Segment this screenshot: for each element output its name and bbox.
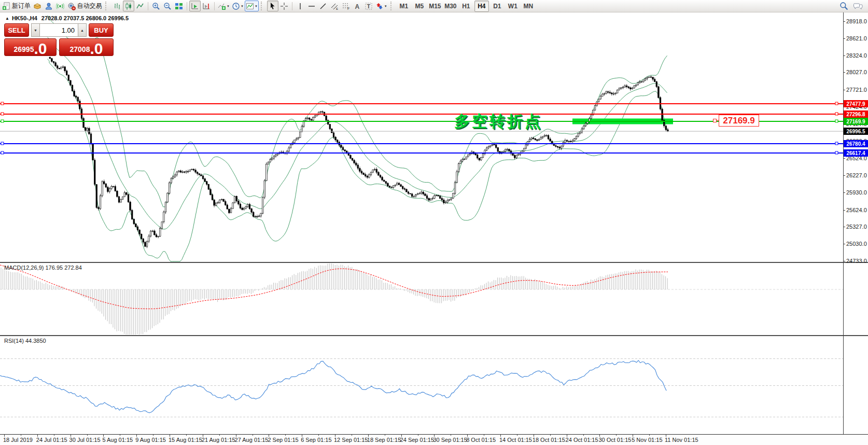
timeframe-w1-button[interactable]: W1 [506, 1, 520, 12]
price-axis-border [843, 12, 844, 434]
candle-bearish [438, 196, 439, 196]
line-right-handle[interactable] [835, 120, 838, 122]
dropdown-caret-icon: ▼ [241, 5, 244, 8]
price-callout-box[interactable]: 27169.9 [719, 115, 759, 127]
horizontal-line-button[interactable] [306, 1, 317, 11]
line-right-handle[interactable] [835, 151, 838, 154]
new-order-button[interactable]: 新订单 [1, 1, 32, 11]
volume-increase-button[interactable]: ▲ [78, 23, 87, 37]
line-left-handle[interactable] [1, 102, 4, 105]
candle-bullish [189, 170, 191, 171]
timeframes-dropdown-button[interactable]: ▼ [231, 1, 245, 11]
timeframe-d1-button[interactable]: D1 [490, 1, 505, 12]
macd-pane[interactable]: MACD(12,26,9) 176.95 272.84 395.250.00-7… [0, 263, 843, 335]
line-left-handle[interactable] [1, 151, 4, 154]
auto-trading-label: 自动交易 [77, 2, 102, 10]
volume-input[interactable] [40, 23, 78, 37]
timeframe-h4-button[interactable]: H4 [474, 1, 489, 12]
buy-button[interactable]: BUY [89, 23, 114, 37]
time-axis-minor-tick [385, 435, 385, 436]
main-price-pane[interactable]: ▲ HK50-,H4 27028.0 27037.5 26806.0 26996… [0, 12, 843, 262]
line-left-handle[interactable] [1, 113, 4, 115]
line-price-axis-label: 27169.9 [844, 118, 868, 125]
timeframe-h1-button[interactable]: H1 [459, 1, 473, 12]
sell-button[interactable]: SELL [4, 23, 29, 37]
candle-bearish [475, 154, 477, 155]
candle-bearish [361, 171, 362, 173]
candle-bullish [469, 154, 471, 155]
sell-price-display[interactable]: 26995.0 [4, 38, 57, 56]
equidistant-channel-button[interactable]: E [329, 1, 340, 11]
candle-bullish [415, 195, 417, 196]
toolbar-grip[interactable] [105, 2, 109, 10]
line-right-handle[interactable] [835, 102, 838, 105]
collapse-panel-icon[interactable]: ▲ [5, 16, 9, 21]
auto-trading-button[interactable]: 自动交易 [66, 1, 103, 11]
chart-bars-button[interactable] [111, 1, 123, 11]
candle-bullish [243, 208, 245, 210]
svg-text:T: T [367, 3, 370, 9]
candle-bearish [322, 112, 324, 112]
zoom-in-button[interactable] [150, 1, 162, 11]
toolbar-grip[interactable] [261, 2, 265, 10]
callout-anchor-square[interactable] [713, 119, 717, 122]
time-axis[interactable]: 18 Jul 201924 Jul 01:1530 Jul 01:155 Aug… [0, 434, 868, 445]
macd-canvas[interactable] [0, 263, 843, 335]
candle-bearish [342, 147, 344, 150]
candle-bearish [90, 134, 92, 144]
mql-community-button[interactable] [32, 1, 43, 11]
timeframe-m1-button[interactable]: M1 [397, 1, 411, 12]
candle-bearish [329, 124, 331, 129]
candle-bearish [550, 139, 551, 141]
text-label-button[interactable]: T [363, 1, 374, 11]
time-axis-minor-tick [616, 435, 617, 436]
timeframe-m15-button[interactable]: M15 [428, 1, 442, 12]
zoom-out-button[interactable] [162, 1, 173, 11]
trendline-button[interactable] [317, 1, 329, 11]
tile-windows-button[interactable] [173, 1, 185, 11]
text-button[interactable]: A [352, 1, 363, 11]
templates-dropdown-button[interactable]: ▼ [245, 1, 259, 11]
profile-button[interactable] [43, 1, 54, 11]
crosshair-button[interactable] [278, 1, 290, 11]
vertical-line-button[interactable] [295, 1, 306, 11]
indicators-button[interactable]: ▼ [217, 1, 231, 11]
candle-bearish [253, 212, 254, 216]
price-chart-canvas[interactable] [0, 12, 843, 262]
rsi-pane[interactable]: RSI(14) 44.3850 1008050150 [0, 336, 843, 434]
line-left-handle[interactable] [1, 120, 4, 122]
candle-bearish [199, 174, 200, 175]
toolbar-grip[interactable] [390, 2, 395, 10]
sell-button-label: SELL [8, 26, 25, 34]
svg-text:A: A [355, 3, 359, 10]
timeframe-mn-button[interactable]: MN [521, 1, 536, 12]
candle-bearish [227, 205, 228, 209]
timeframe-m5-button[interactable]: M5 [412, 1, 427, 12]
timeframe-m30-button[interactable]: M30 [443, 1, 458, 12]
chart-shift-button[interactable] [201, 1, 212, 11]
auto-scroll-button[interactable] [189, 1, 201, 11]
arrows-dropdown-button[interactable]: ▼ [374, 1, 388, 11]
chat-button[interactable] [852, 1, 864, 11]
cursor-button[interactable] [267, 1, 278, 11]
volume-decrease-button[interactable]: ▼ [31, 23, 40, 37]
price-axis-tick-label: 25030.0 [846, 241, 867, 247]
chart-candles-button[interactable] [123, 1, 134, 11]
search-button[interactable] [838, 1, 849, 11]
fibonacci-button[interactable]: F [340, 1, 352, 11]
line-left-handle[interactable] [1, 142, 4, 145]
candle-bearish [628, 87, 629, 88]
signals-button[interactable] [54, 1, 66, 11]
buy-price-display[interactable]: 27008.0 [59, 38, 114, 56]
rsi-canvas[interactable] [0, 336, 843, 434]
line-right-handle[interactable] [835, 113, 838, 115]
candle-bullish [613, 94, 614, 94]
chart-annotation-text[interactable]: 多空转折点 [454, 111, 542, 132]
line-right-handle[interactable] [835, 142, 838, 145]
candle-bearish [154, 231, 156, 235]
time-axis-label: 6 Sep 01:15 [301, 437, 331, 443]
candle-bearish [389, 186, 390, 187]
chart-line-button[interactable] [134, 1, 146, 11]
candle-bullish [445, 202, 446, 203]
candle-bullish [111, 186, 113, 188]
